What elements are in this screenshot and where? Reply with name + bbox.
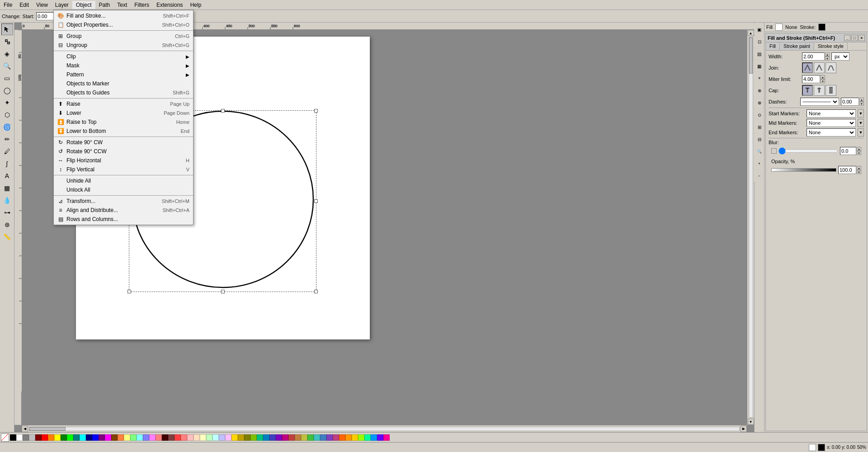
menu-view[interactable]: View [33, 1, 52, 9]
color-swatch[interactable] [326, 434, 333, 441]
color-swatch[interactable] [225, 434, 231, 441]
rt-snap1[interactable]: ⌖ [754, 72, 765, 84]
blur-slider[interactable] [778, 149, 838, 153]
menu-item-fill-stroke[interactable]: 🎨 Fill and Stroke... Shift+Ctrl+F [54, 11, 193, 20]
color-swatch[interactable] [276, 434, 282, 441]
color-swatch[interactable] [212, 434, 219, 441]
start-markers-dropdown[interactable]: ▼ [858, 109, 864, 118]
color-swatch[interactable] [244, 434, 250, 441]
eyedropper-tool[interactable]: 💧 [1, 194, 13, 206]
menu-item-group[interactable]: ⊞ Group Ctrl+G [54, 32, 193, 41]
color-swatch[interactable] [99, 434, 105, 441]
dashes-value-input[interactable] [841, 98, 859, 106]
rt-snap4[interactable]: ⊙ [754, 109, 765, 121]
menu-item-raise[interactable]: ⬆ Raise Page Up [54, 99, 193, 108]
panel-close-button[interactable]: × [859, 35, 865, 41]
rt-fill-icon[interactable]: ▣ [754, 24, 765, 35]
panel-min-button[interactable]: _ [844, 35, 850, 41]
menu-item-pattern[interactable]: Pattern ▶ [54, 70, 193, 79]
vscroll-thumb[interactable] [749, 38, 753, 74]
spiral-tool[interactable]: 🌀 [1, 121, 13, 133]
fill-swatch[interactable] [775, 24, 783, 31]
join-round-button[interactable] [814, 62, 825, 73]
menu-filters[interactable]: Filters [131, 1, 153, 9]
rt-pattern-icon[interactable]: ▦ [754, 60, 765, 72]
vscroll-track[interactable] [749, 37, 753, 418]
opacity-up[interactable]: ▲ [857, 166, 861, 170]
menu-item-unhide-all[interactable]: Unhide All [54, 176, 193, 185]
select-tool[interactable] [1, 24, 13, 35]
handle-mid-right[interactable] [314, 199, 318, 203]
opacity-value-input[interactable] [838, 166, 856, 174]
dashes-select[interactable]: ──────── - - - - - · · · · · -·-·-·- [800, 98, 839, 106]
color-swatch[interactable] [137, 434, 143, 441]
end-markers-dropdown[interactable]: ▼ [858, 128, 864, 137]
color-swatch[interactable] [29, 434, 35, 441]
menu-item-lower[interactable]: ⬇ Lower Page Down [54, 108, 193, 118]
stroke-swatch[interactable] [818, 24, 826, 31]
miter-input[interactable] [802, 75, 820, 83]
color-swatch[interactable] [257, 434, 263, 441]
color-swatch[interactable] [149, 434, 156, 441]
color-swatch[interactable] [124, 434, 130, 441]
rt-zoom-out[interactable]: − [754, 170, 765, 182]
color-swatch[interactable] [23, 434, 29, 441]
3d-box-tool[interactable]: ⬡ [1, 109, 13, 121]
menu-item-transform[interactable]: ⊿ Transform... Shift+Ctrl+M [54, 197, 193, 206]
menu-item-flip-horizontal[interactable]: ↔ Flip Horizontal H [54, 156, 193, 165]
panel-max-button[interactable]: □ [851, 35, 858, 41]
rt-stroke-icon[interactable]: ⊡ [754, 36, 765, 47]
measure-tool[interactable]: 📏 [1, 231, 13, 243]
color-swatch[interactable] [54, 434, 61, 441]
menu-item-objects-to-guides[interactable]: Objects to Guides Shift+G [54, 88, 193, 97]
calligraphy-tool[interactable]: ∫ [1, 158, 13, 170]
connector-tool[interactable]: ⊶ [1, 207, 13, 218]
color-swatch[interactable] [288, 434, 295, 441]
color-swatch[interactable] [80, 434, 86, 441]
color-swatch[interactable] [269, 434, 276, 441]
tab-stroke-paint[interactable]: Stroke paint [780, 42, 814, 50]
color-swatch[interactable] [73, 434, 80, 441]
tweak-tool[interactable]: ◈ [1, 48, 13, 60]
blur-down[interactable]: ▼ [857, 151, 861, 155]
mid-markers-dropdown[interactable]: ▼ [858, 119, 864, 127]
color-swatch[interactable] [10, 434, 16, 441]
color-swatch[interactable] [168, 434, 175, 441]
menu-item-align-distribute[interactable]: ≡ Align and Distribute... Shift+Ctrl+A [54, 206, 193, 215]
menu-item-object-properties[interactable]: 📋 Object Properties... Shift+Ctrl+O [54, 20, 193, 29]
cap-square-button[interactable] [826, 85, 836, 96]
hscroll-right[interactable]: ▶ [741, 426, 747, 432]
color-swatch[interactable] [295, 434, 301, 441]
pen-tool[interactable]: 🖊 [1, 146, 13, 157]
color-swatch[interactable] [67, 434, 73, 441]
handle-top-right[interactable] [314, 109, 318, 113]
color-swatch[interactable] [162, 434, 168, 441]
color-swatch[interactable] [200, 434, 206, 441]
menu-item-flip-vertical[interactable]: ↕ Flip Vertical V [54, 165, 193, 174]
width-down[interactable]: ▼ [825, 56, 830, 61]
text-tool[interactable]: A [1, 170, 13, 182]
color-swatch[interactable] [364, 434, 371, 441]
color-swatch[interactable] [231, 434, 238, 441]
start-markers-select[interactable]: None Arrow Dot [807, 109, 856, 118]
color-swatch[interactable] [345, 434, 352, 441]
color-swatch[interactable] [61, 434, 67, 441]
color-swatch[interactable] [339, 434, 345, 441]
menu-item-ungroup[interactable]: ⊟ Ungroup Shift+Ctrl+G [54, 41, 193, 50]
rt-gradient-icon[interactable]: ▤ [754, 48, 765, 60]
rt-zoom-fit[interactable]: 🔍 [754, 146, 765, 157]
menu-help[interactable]: Help [187, 1, 205, 9]
menu-extensions[interactable]: Extensions [153, 1, 187, 9]
menu-object[interactable]: Object [72, 1, 95, 9]
color-swatch[interactable] [48, 434, 54, 441]
join-bevel-button[interactable] [826, 62, 836, 73]
dashes-up[interactable]: ▲ [859, 98, 864, 102]
end-markers-select[interactable]: None Arrow Dot [807, 128, 856, 137]
color-swatch[interactable] [118, 434, 124, 441]
color-swatch[interactable] [156, 434, 162, 441]
color-swatch[interactable] [206, 434, 212, 441]
color-swatch[interactable] [250, 434, 257, 441]
color-swatch[interactable] [377, 434, 383, 441]
handle-bot-left[interactable] [127, 290, 131, 293]
color-swatch[interactable] [175, 434, 181, 441]
